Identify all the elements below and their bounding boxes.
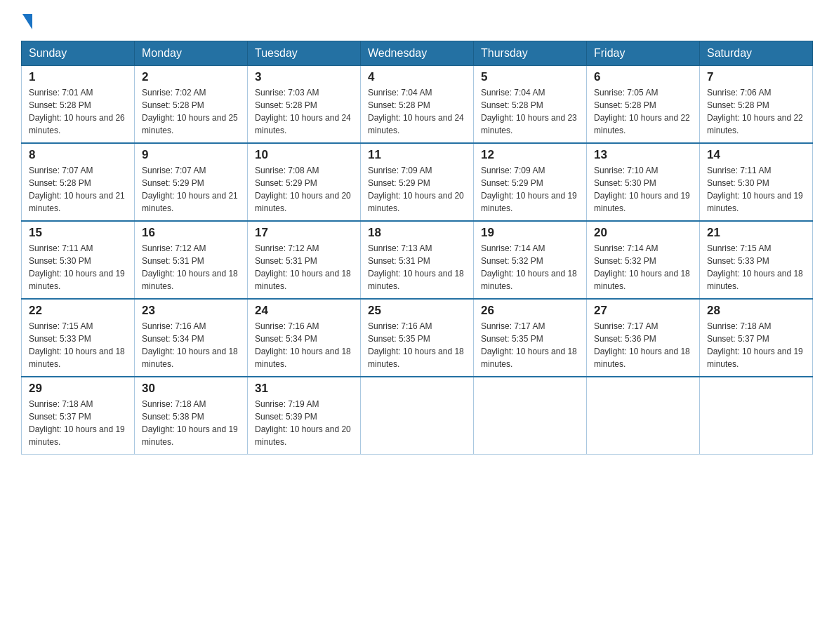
day-header-wednesday: Wednesday: [361, 41, 474, 66]
calendar-cell: 3 Sunrise: 7:03 AMSunset: 5:28 PMDayligh…: [248, 66, 361, 144]
logo-triangle-icon: [22, 14, 32, 29]
week-row-2: 8 Sunrise: 7:07 AMSunset: 5:28 PMDayligh…: [22, 143, 813, 221]
day-number: 22: [29, 304, 127, 318]
day-header-friday: Friday: [587, 41, 700, 66]
day-info: Sunrise: 7:07 AMSunset: 5:29 PMDaylight:…: [142, 164, 240, 215]
day-info: Sunrise: 7:04 AMSunset: 5:28 PMDaylight:…: [368, 86, 466, 137]
calendar-cell: 10 Sunrise: 7:08 AMSunset: 5:29 PMDaylig…: [248, 143, 361, 221]
day-info: Sunrise: 7:19 AMSunset: 5:39 PMDaylight:…: [255, 398, 353, 448]
calendar-cell: 4 Sunrise: 7:04 AMSunset: 5:28 PMDayligh…: [361, 66, 474, 144]
day-info: Sunrise: 7:17 AMSunset: 5:36 PMDaylight:…: [594, 320, 692, 370]
day-info: Sunrise: 7:14 AMSunset: 5:32 PMDaylight:…: [594, 242, 692, 293]
day-number: 5: [481, 70, 579, 84]
day-number: 13: [594, 148, 692, 162]
day-number: 15: [29, 226, 127, 240]
day-number: 14: [707, 148, 805, 162]
day-number: 16: [142, 226, 240, 240]
calendar-cell: 11 Sunrise: 7:09 AMSunset: 5:29 PMDaylig…: [361, 143, 474, 221]
day-number: 26: [481, 304, 579, 318]
day-info: Sunrise: 7:13 AMSunset: 5:31 PMDaylight:…: [368, 242, 466, 293]
calendar-cell: 9 Sunrise: 7:07 AMSunset: 5:29 PMDayligh…: [135, 143, 248, 221]
day-info: Sunrise: 7:15 AMSunset: 5:33 PMDaylight:…: [29, 320, 127, 370]
day-number: 17: [255, 226, 353, 240]
calendar-cell: 2 Sunrise: 7:02 AMSunset: 5:28 PMDayligh…: [135, 66, 248, 144]
calendar-cell: 1 Sunrise: 7:01 AMSunset: 5:28 PMDayligh…: [22, 66, 135, 144]
calendar-cell: 30 Sunrise: 7:18 AMSunset: 5:38 PMDaylig…: [135, 377, 248, 455]
day-number: 2: [142, 70, 240, 84]
calendar-cell: 5 Sunrise: 7:04 AMSunset: 5:28 PMDayligh…: [474, 66, 587, 144]
days-header-row: SundayMondayTuesdayWednesdayThursdayFrid…: [22, 41, 813, 66]
day-info: Sunrise: 7:16 AMSunset: 5:35 PMDaylight:…: [368, 320, 466, 370]
day-header-monday: Monday: [135, 41, 248, 66]
calendar-cell: 19 Sunrise: 7:14 AMSunset: 5:32 PMDaylig…: [474, 221, 587, 299]
day-number: 6: [594, 70, 692, 84]
day-number: 18: [368, 226, 466, 240]
day-number: 3: [255, 70, 353, 84]
day-number: 21: [707, 226, 805, 240]
calendar-cell: 31 Sunrise: 7:19 AMSunset: 5:39 PMDaylig…: [248, 377, 361, 455]
day-info: Sunrise: 7:04 AMSunset: 5:28 PMDaylight:…: [481, 86, 579, 137]
day-number: 12: [481, 148, 579, 162]
calendar-cell: [361, 377, 474, 455]
calendar-cell: 24 Sunrise: 7:16 AMSunset: 5:34 PMDaylig…: [248, 299, 361, 377]
calendar-cell: 6 Sunrise: 7:05 AMSunset: 5:28 PMDayligh…: [587, 66, 700, 144]
day-header-saturday: Saturday: [700, 41, 813, 66]
day-number: 19: [481, 226, 579, 240]
day-info: Sunrise: 7:14 AMSunset: 5:32 PMDaylight:…: [481, 242, 579, 293]
day-info: Sunrise: 7:08 AMSunset: 5:29 PMDaylight:…: [255, 164, 353, 215]
day-info: Sunrise: 7:03 AMSunset: 5:28 PMDaylight:…: [255, 86, 353, 137]
day-number: 28: [707, 304, 805, 318]
calendar-cell: 20 Sunrise: 7:14 AMSunset: 5:32 PMDaylig…: [587, 221, 700, 299]
day-info: Sunrise: 7:18 AMSunset: 5:37 PMDaylight:…: [29, 398, 127, 448]
calendar-cell: 18 Sunrise: 7:13 AMSunset: 5:31 PMDaylig…: [361, 221, 474, 299]
day-number: 11: [368, 148, 466, 162]
calendar-cell: 12 Sunrise: 7:09 AMSunset: 5:29 PMDaylig…: [474, 143, 587, 221]
day-number: 31: [255, 382, 353, 396]
day-number: 20: [594, 226, 692, 240]
calendar-cell: 8 Sunrise: 7:07 AMSunset: 5:28 PMDayligh…: [22, 143, 135, 221]
day-number: 27: [594, 304, 692, 318]
calendar-cell: 28 Sunrise: 7:18 AMSunset: 5:37 PMDaylig…: [700, 299, 813, 377]
calendar-cell: [587, 377, 700, 455]
week-row-1: 1 Sunrise: 7:01 AMSunset: 5:28 PMDayligh…: [22, 66, 813, 144]
day-number: 30: [142, 382, 240, 396]
day-number: 25: [368, 304, 466, 318]
day-header-tuesday: Tuesday: [248, 41, 361, 66]
day-info: Sunrise: 7:12 AMSunset: 5:31 PMDaylight:…: [255, 242, 353, 293]
day-number: 4: [368, 70, 466, 84]
day-info: Sunrise: 7:16 AMSunset: 5:34 PMDaylight:…: [255, 320, 353, 370]
calendar-cell: 26 Sunrise: 7:17 AMSunset: 5:35 PMDaylig…: [474, 299, 587, 377]
day-info: Sunrise: 7:18 AMSunset: 5:37 PMDaylight:…: [707, 320, 805, 370]
day-info: Sunrise: 7:05 AMSunset: 5:28 PMDaylight:…: [594, 86, 692, 137]
day-info: Sunrise: 7:09 AMSunset: 5:29 PMDaylight:…: [481, 164, 579, 215]
day-info: Sunrise: 7:16 AMSunset: 5:34 PMDaylight:…: [142, 320, 240, 370]
calendar-cell: 27 Sunrise: 7:17 AMSunset: 5:36 PMDaylig…: [587, 299, 700, 377]
day-info: Sunrise: 7:15 AMSunset: 5:33 PMDaylight:…: [707, 242, 805, 293]
week-row-4: 22 Sunrise: 7:15 AMSunset: 5:33 PMDaylig…: [22, 299, 813, 377]
calendar-cell: [474, 377, 587, 455]
calendar-cell: 29 Sunrise: 7:18 AMSunset: 5:37 PMDaylig…: [22, 377, 135, 455]
day-info: Sunrise: 7:17 AMSunset: 5:35 PMDaylight:…: [481, 320, 579, 370]
day-info: Sunrise: 7:18 AMSunset: 5:38 PMDaylight:…: [142, 398, 240, 448]
day-number: 24: [255, 304, 353, 318]
calendar-cell: 23 Sunrise: 7:16 AMSunset: 5:34 PMDaylig…: [135, 299, 248, 377]
day-number: 10: [255, 148, 353, 162]
day-number: 1: [29, 70, 127, 84]
calendar-cell: 17 Sunrise: 7:12 AMSunset: 5:31 PMDaylig…: [248, 221, 361, 299]
week-row-3: 15 Sunrise: 7:11 AMSunset: 5:30 PMDaylig…: [22, 221, 813, 299]
day-info: Sunrise: 7:12 AMSunset: 5:31 PMDaylight:…: [142, 242, 240, 293]
day-number: 7: [707, 70, 805, 84]
calendar-cell: 14 Sunrise: 7:11 AMSunset: 5:30 PMDaylig…: [700, 143, 813, 221]
day-header-thursday: Thursday: [474, 41, 587, 66]
logo: [21, 14, 34, 28]
day-header-sunday: Sunday: [22, 41, 135, 66]
calendar-cell: 7 Sunrise: 7:06 AMSunset: 5:28 PMDayligh…: [700, 66, 813, 144]
day-number: 29: [29, 382, 127, 396]
day-number: 9: [142, 148, 240, 162]
day-info: Sunrise: 7:11 AMSunset: 5:30 PMDaylight:…: [29, 242, 127, 293]
calendar-cell: 13 Sunrise: 7:10 AMSunset: 5:30 PMDaylig…: [587, 143, 700, 221]
page-header: [21, 14, 813, 28]
calendar-cell: 15 Sunrise: 7:11 AMSunset: 5:30 PMDaylig…: [22, 221, 135, 299]
day-info: Sunrise: 7:09 AMSunset: 5:29 PMDaylight:…: [368, 164, 466, 215]
calendar-table: SundayMondayTuesdayWednesdayThursdayFrid…: [21, 41, 813, 455]
